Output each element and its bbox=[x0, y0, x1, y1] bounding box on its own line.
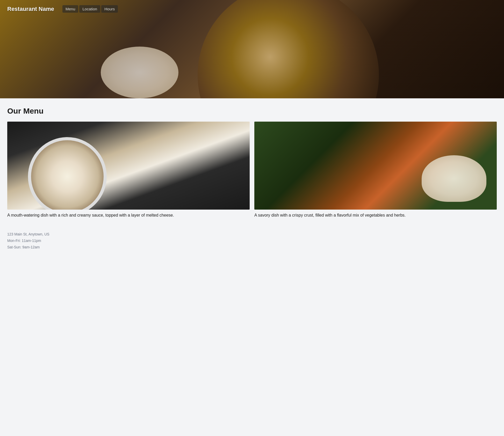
menu-item-2: A savory dish with a crispy crust, fille… bbox=[254, 122, 497, 219]
nav-links: Menu Location Hours bbox=[62, 5, 118, 13]
hours-weekend: Sat-Sun: 9am-12am bbox=[7, 244, 497, 250]
menu-item-2-description: A savory dish with a crispy crust, fille… bbox=[254, 212, 497, 219]
menu-grid: A mouth-watering dish with a rich and cr… bbox=[7, 122, 497, 219]
navbar: Restaurant Name Menu Location Hours bbox=[0, 0, 504, 18]
footer-info: 123 Main St, Anytown, US Mon-Fri: 11am-1… bbox=[7, 227, 497, 251]
location-address: 123 Main St, Anytown, US bbox=[7, 231, 497, 238]
menu-item-1: A mouth-watering dish with a rich and cr… bbox=[7, 122, 250, 219]
menu-item-1-description: A mouth-watering dish with a rich and cr… bbox=[7, 212, 250, 219]
nav-logo: Restaurant Name bbox=[7, 6, 54, 12]
hours-weekdays: Mon-Fri: 11am-11pm bbox=[7, 238, 497, 244]
menu-item-1-image bbox=[7, 122, 250, 210]
nav-link-hours[interactable]: Hours bbox=[101, 5, 118, 13]
main-content: Our Menu A mouth-watering dish with a ri… bbox=[0, 98, 504, 266]
hero-section: Restaurant Name Menu Location Hours bbox=[0, 0, 504, 98]
nav-link-menu[interactable]: Menu bbox=[62, 5, 78, 13]
menu-title: Our Menu bbox=[7, 107, 497, 115]
nav-link-location[interactable]: Location bbox=[79, 5, 100, 13]
menu-item-2-image bbox=[254, 122, 497, 210]
